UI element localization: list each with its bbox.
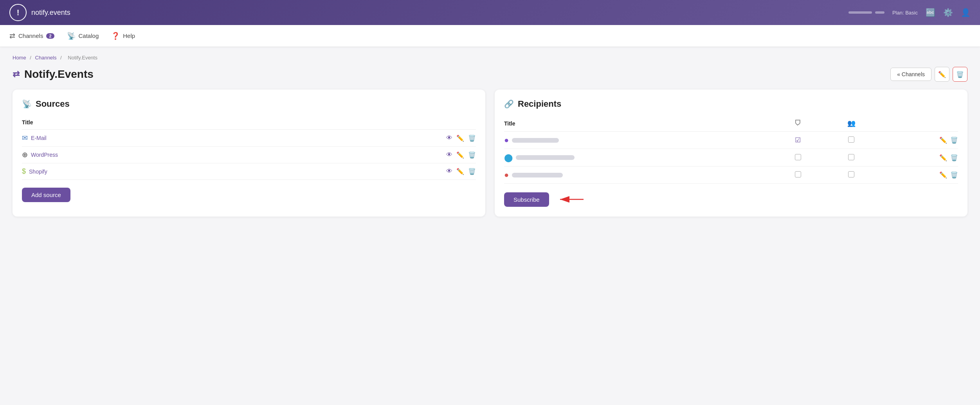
recipient-icon-1: ⬤ [504, 153, 513, 162]
view-icon-2[interactable]: 👁 [446, 168, 452, 175]
sources-icon: 📡 [22, 99, 32, 109]
checkbox-empty-1[interactable] [795, 154, 801, 160]
plan-label: Plan: Basic [892, 10, 918, 16]
add-source-button[interactable]: Add source [22, 188, 70, 202]
breadcrumb: Home / Channels / Notify.Events [0, 47, 980, 64]
trash-icon: 🗑️ [956, 71, 964, 78]
checkbox-checked-0[interactable]: ☑ [795, 136, 801, 144]
sources-table: Title ✉ E-Mail 👁 ✏️ 🗑️ [22, 117, 476, 180]
nav-channels-label: Channels [18, 32, 43, 39]
sources-title: Sources [36, 99, 70, 109]
page-title: Notify.Events [24, 68, 94, 81]
table-row: $ Shopify 👁 ✏️ 🗑️ [22, 163, 476, 180]
sources-col-title: Title [22, 117, 270, 130]
header: ! notify.events Plan: Basic 🔤 ⚙️ 👤 [0, 0, 980, 25]
filter-icon: ⛉ [794, 120, 801, 127]
source-icon-0: ✉ [22, 134, 28, 142]
recipient-name-blurred-0 [512, 138, 559, 143]
recipient-edit-icon-1[interactable]: ✏️ [939, 154, 947, 161]
group-checkbox-1[interactable] [848, 154, 854, 160]
source-icon-2: $ [22, 167, 26, 176]
translate-icon[interactable]: 🔤 [926, 8, 935, 17]
group-icon: 👥 [847, 120, 856, 127]
recipients-col-title: Title [504, 117, 771, 132]
sources-card: 📡 Sources Title ✉ E-Mail 👁 [13, 90, 485, 217]
source-name-0[interactable]: E-Mail [31, 135, 47, 141]
recipient-name-blurred-1 [516, 155, 575, 160]
breadcrumb-sep2: / [60, 55, 63, 61]
breadcrumb-current: Notify.Events [68, 55, 97, 61]
nav-channels[interactable]: ⇄ Channels 2 [9, 30, 54, 42]
delete-icon-0[interactable]: 🗑️ [468, 134, 476, 142]
header-left: ! notify.events [9, 4, 70, 21]
channels-icon: ⇄ [9, 32, 15, 40]
edit-icon-1[interactable]: ✏️ [456, 151, 464, 159]
subscribe-area: Subscribe [504, 192, 958, 207]
view-icon-0[interactable]: 👁 [446, 134, 452, 142]
view-icon-1[interactable]: 👁 [446, 151, 452, 159]
table-row: ● ☑ ✏️ 🗑️ [504, 132, 958, 149]
delete-button[interactable]: 🗑️ [953, 67, 967, 82]
logo-text: notify.events [31, 9, 70, 17]
settings-icon[interactable]: ⚙️ [943, 8, 953, 17]
source-name-2[interactable]: Shopify [29, 168, 47, 175]
table-row: ⊕ WordPress 👁 ✏️ 🗑️ [22, 147, 476, 163]
table-row: ⬤ ✏️ 🗑️ [504, 149, 958, 167]
progress-bar-short [875, 11, 885, 14]
page-title-group: ⇄ Notify.Events [13, 68, 94, 81]
header-right: Plan: Basic 🔤 ⚙️ 👤 [848, 8, 971, 17]
nav-bar: ⇄ Channels 2 📡 Catalog ❓ Help [0, 25, 980, 47]
table-row: ✉ E-Mail 👁 ✏️ 🗑️ [22, 130, 476, 147]
recipients-title: Recipients [518, 99, 561, 109]
recipient-edit-icon-2[interactable]: ✏️ [939, 171, 947, 179]
recipients-icon: 🔗 [504, 99, 514, 109]
edit-icon-2[interactable]: ✏️ [456, 168, 464, 175]
delete-icon-2[interactable]: 🗑️ [468, 168, 476, 175]
subscribe-button[interactable]: Subscribe [504, 192, 549, 207]
progress-bars [848, 11, 885, 14]
breadcrumb-channels[interactable]: Channels [35, 55, 57, 61]
source-name-1[interactable]: WordPress [31, 152, 58, 158]
nav-help-label: Help [123, 32, 135, 39]
group-checkbox-0[interactable] [848, 136, 854, 143]
channels-badge: 2 [46, 33, 54, 39]
edit-icon-0[interactable]: ✏️ [456, 134, 464, 142]
source-icon-1: ⊕ [22, 151, 28, 159]
main-content: 📡 Sources Title ✉ E-Mail 👁 [0, 90, 980, 229]
recipient-edit-icon-0[interactable]: ✏️ [939, 136, 947, 144]
arrow-annotation [555, 192, 587, 207]
logo-icon: ! [9, 4, 27, 21]
page-title-icon: ⇄ [13, 69, 20, 79]
progress-bar-long [848, 11, 872, 14]
recipient-icon-0: ● [504, 136, 509, 145]
checkbox-empty-2[interactable] [795, 171, 801, 177]
back-channels-button[interactable]: « Channels [890, 68, 931, 81]
recipient-delete-icon-2[interactable]: 🗑️ [950, 171, 958, 179]
group-checkbox-2[interactable] [848, 171, 854, 177]
table-row: ● ✏️ 🗑️ [504, 167, 958, 184]
catalog-icon: 📡 [67, 32, 76, 40]
recipient-name-blurred-2 [512, 173, 563, 177]
nav-catalog[interactable]: 📡 Catalog [67, 30, 99, 42]
title-actions: « Channels ✏️ 🗑️ [890, 67, 967, 82]
page-title-area: ⇄ Notify.Events « Channels ✏️ 🗑️ [0, 64, 980, 90]
nav-help[interactable]: ❓ Help [111, 30, 135, 42]
breadcrumb-home[interactable]: Home [13, 55, 26, 61]
help-icon: ❓ [111, 32, 120, 40]
user-icon[interactable]: 👤 [961, 8, 971, 17]
recipients-card: 🔗 Recipients Title ⛉ 👥 [495, 90, 967, 217]
nav-catalog-label: Catalog [79, 32, 99, 39]
edit-icon: ✏️ [938, 71, 946, 78]
recipient-icon-2: ● [504, 170, 509, 179]
recipients-table: Title ⛉ 👥 ● ☑ [504, 117, 958, 184]
breadcrumb-sep1: / [30, 55, 32, 61]
recipient-delete-icon-0[interactable]: 🗑️ [950, 136, 958, 144]
edit-button[interactable]: ✏️ [935, 67, 949, 82]
sources-card-title: 📡 Sources [22, 99, 476, 109]
recipient-delete-icon-1[interactable]: 🗑️ [950, 154, 958, 161]
recipients-card-title: 🔗 Recipients [504, 99, 958, 109]
delete-icon-1[interactable]: 🗑️ [468, 151, 476, 159]
